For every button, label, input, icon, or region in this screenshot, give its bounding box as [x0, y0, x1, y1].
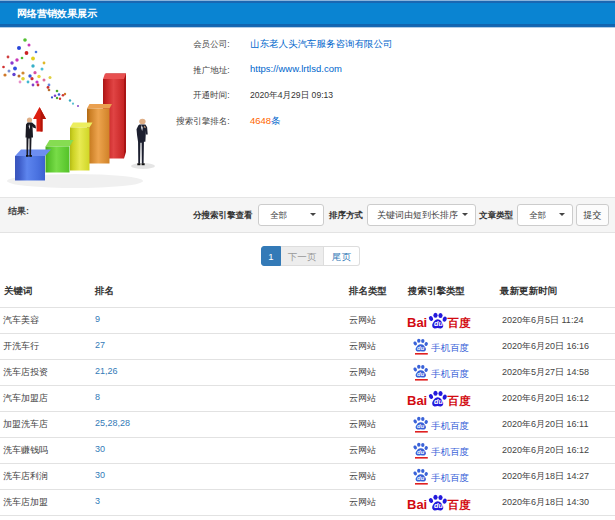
- svg-text:百度: 百度: [447, 316, 472, 329]
- svg-text:du: du: [417, 423, 425, 429]
- svg-text:du: du: [434, 397, 443, 406]
- svg-text:手机百度: 手机百度: [431, 368, 469, 379]
- svg-text:du: du: [417, 449, 425, 455]
- svg-text:Bai: Bai: [407, 497, 427, 511]
- svg-text:手机百度: 手机百度: [431, 342, 469, 353]
- svg-text:手机百度: 手机百度: [431, 420, 469, 431]
- svg-text:du: du: [417, 371, 425, 377]
- svg-text:du: du: [434, 501, 443, 510]
- svg-text:Bai: Bai: [407, 393, 427, 407]
- svg-text:百度: 百度: [447, 498, 472, 511]
- svg-text:du: du: [434, 319, 443, 328]
- svg-text:du: du: [417, 345, 425, 351]
- svg-text:du: du: [417, 475, 425, 481]
- svg-text:百度: 百度: [447, 394, 472, 407]
- svg-text:Bai: Bai: [407, 315, 427, 329]
- svg-text:手机百度: 手机百度: [431, 472, 469, 483]
- svg-text:手机百度: 手机百度: [431, 446, 469, 457]
